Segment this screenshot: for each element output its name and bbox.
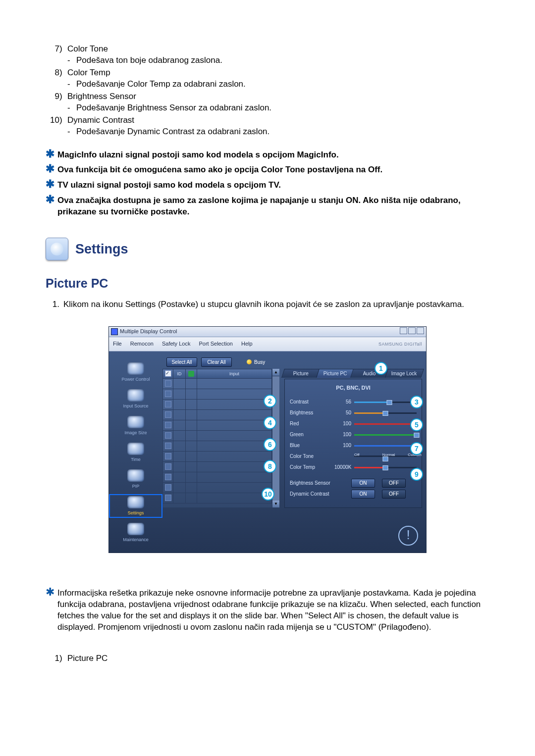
value-brightness: 50 [334, 409, 354, 416]
sidebar-icon [127, 443, 144, 455]
sidebar-item-settings[interactable]: Settings [109, 494, 162, 518]
busy-icon [247, 359, 252, 364]
row-blue: Blue 100 [290, 440, 417, 451]
table-row[interactable] [163, 410, 272, 420]
table-row[interactable] [163, 379, 272, 389]
callout-10: 10 [262, 488, 274, 501]
table-row[interactable] [163, 452, 272, 462]
row-brightness-sensor: Brightness Sensor ON OFF [290, 478, 417, 489]
sidebar-item-power-control[interactable]: Power Control [109, 360, 162, 384]
menu-safety-lock[interactable]: Safety Lock [162, 341, 190, 347]
note: ✱MagicInfo ulazni signal postoji samo ko… [46, 150, 489, 161]
numbered-list-top: 7)Color TonePodešava ton boje odabranog … [46, 44, 489, 138]
slider-green[interactable] [354, 432, 417, 437]
table-row[interactable] [163, 493, 272, 504]
slider-brightness[interactable] [354, 410, 417, 415]
table-row[interactable] [163, 462, 272, 472]
row-green: Green 100 [290, 429, 417, 440]
menu-remocon[interactable]: Remocon [130, 341, 154, 347]
sidebar-item-pip[interactable]: PIP [109, 467, 162, 491]
label-green: Green [290, 431, 334, 438]
label-brightness: Brightness [290, 409, 334, 416]
info-icon[interactable]: ! [398, 526, 418, 546]
list-item: 9)Brightness SensorPodešavanje Brightnes… [46, 91, 489, 114]
mdc-menubar: File Remocon Safety Lock Port Selection … [109, 337, 426, 352]
settings-heading-icon [46, 238, 68, 260]
picture-pc-heading: Picture PC [46, 275, 489, 292]
intro-text: Klikom na ikonu Settings (Postavke) u st… [59, 299, 489, 310]
label-blue: Blue [290, 442, 334, 449]
bsensor-on-button[interactable]: ON [351, 479, 375, 488]
sidebar-icon [127, 496, 144, 508]
app-icon [111, 328, 118, 335]
note-info-grid: ✱ Informacijska rešetka prikazuje neke o… [46, 588, 489, 633]
sidebar: Power ControlInput SourceImage SizeTimeP… [109, 352, 162, 553]
tab-picture[interactable]: Picture [281, 369, 320, 378]
label-color-tone: Color Tone [290, 453, 334, 460]
sidebar-item-image-size[interactable]: Image Size [109, 414, 162, 438]
callout-3: 3 [410, 396, 423, 408]
settings-heading: Settings [46, 238, 489, 260]
table-row[interactable] [163, 389, 272, 400]
value-red: 100 [334, 420, 354, 427]
grid-header-checkbox[interactable] [165, 370, 171, 377]
dcontrast-off-button[interactable]: OFF [382, 490, 406, 499]
table-row[interactable] [163, 472, 272, 483]
sidebar-icon [127, 469, 144, 482]
slider-blue[interactable] [354, 443, 417, 448]
table-row[interactable] [163, 431, 272, 441]
settings-panel: PicturePicture PCAudioImage Lock PC, BNC… [284, 369, 422, 508]
window-buttons[interactable] [399, 327, 424, 336]
slider-color-temp[interactable] [354, 465, 417, 470]
grid-scrollbar[interactable]: ▲ ▼ [272, 369, 279, 508]
row-color-tone: Color Tone Off Normal Custom [290, 451, 417, 462]
busy-label: Busy [254, 359, 265, 366]
callout-8: 8 [264, 460, 276, 473]
callout-5: 5 [410, 418, 423, 431]
menu-file[interactable]: File [113, 341, 122, 347]
table-row[interactable] [163, 420, 272, 431]
list-item: 10)Dynamic ContrastPodešavanje Dynamic C… [46, 115, 489, 138]
value-contrast: 56 [334, 399, 354, 405]
tab-image-lock[interactable]: Image Lock [385, 369, 424, 378]
callout-7: 7 [410, 442, 423, 455]
numbered-list-bottom: 1)Picture PC [46, 653, 489, 664]
grid-header-id: ID [173, 369, 186, 378]
tab-picture-pc[interactable]: Picture PC [316, 369, 355, 378]
list-item: 7)Color TonePodešava ton boje odabranog … [46, 44, 489, 66]
table-row[interactable] [163, 441, 272, 452]
value-color-temp: 10000K [334, 464, 354, 471]
callout-1: 1 [374, 362, 387, 375]
row-brightness: Brightness 50 [290, 407, 417, 418]
window-title: Multiple Display Control [120, 328, 177, 335]
clear-all-button[interactable]: Clear All [201, 357, 232, 367]
callout-9: 9 [410, 468, 423, 481]
dcontrast-on-button[interactable]: ON [351, 490, 375, 499]
select-all-button[interactable]: Select All [166, 357, 197, 367]
tone-off: Off [354, 453, 360, 458]
scale-color-tone[interactable]: Off Normal Custom [354, 454, 417, 459]
scroll-up-icon[interactable]: ▲ [272, 369, 279, 376]
sidebar-item-time[interactable]: Time [109, 441, 162, 464]
callout-2: 2 [264, 395, 276, 407]
grid-header-status-icon [188, 371, 194, 377]
notes-block: ✱MagicInfo ulazni signal postoji samo ko… [46, 150, 489, 218]
bsensor-off-button[interactable]: OFF [382, 479, 406, 488]
row-contrast: Contrast 56 [290, 397, 417, 407]
menu-items: File Remocon Safety Lock Port Selection … [113, 340, 260, 348]
slider-contrast[interactable] [354, 400, 417, 404]
panel-subheader: PC, BNC, DVI [290, 384, 417, 392]
value-green: 100 [334, 431, 354, 438]
sidebar-icon [127, 389, 144, 402]
sidebar-item-input-source[interactable]: Input Source [109, 387, 162, 411]
slider-red[interactable] [354, 421, 417, 426]
busy-indicator: Busy [247, 359, 265, 366]
table-row[interactable] [163, 400, 272, 410]
panel-tabs: PicturePicture PCAudioImage Lock [284, 369, 422, 378]
table-row[interactable] [163, 483, 272, 493]
menu-help[interactable]: Help [241, 341, 253, 347]
sidebar-item-maintenance[interactable]: Maintenance [109, 521, 162, 545]
scroll-down-icon[interactable]: ▼ [272, 501, 279, 508]
info-grid: ID Input [162, 369, 272, 508]
menu-port-selection[interactable]: Port Selection [199, 341, 232, 347]
